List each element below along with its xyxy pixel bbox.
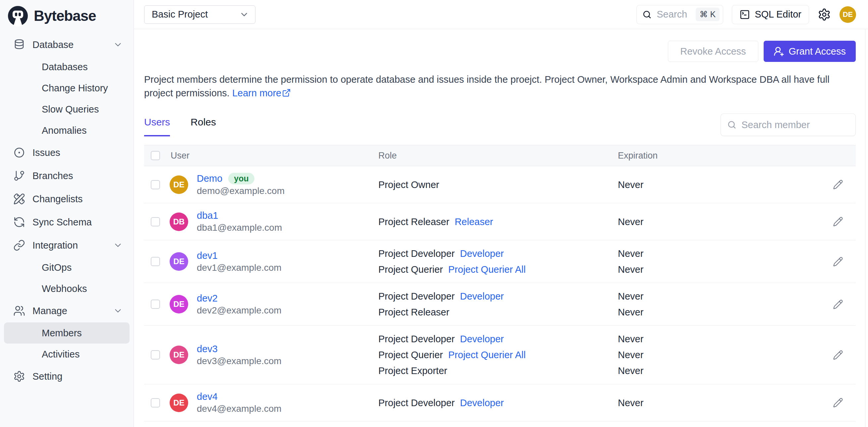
changelist-icon xyxy=(13,193,25,205)
edit-member-button[interactable] xyxy=(833,398,843,408)
expiration-value: Never xyxy=(618,363,810,379)
member-name-link[interactable]: dba1 xyxy=(197,210,218,221)
sidebar-item-database[interactable]: Database xyxy=(4,33,129,56)
sidebar-item-label: Integration xyxy=(32,240,78,251)
role-link[interactable]: Developer xyxy=(460,334,504,344)
avatar: DE xyxy=(169,252,188,271)
edit-member-button[interactable] xyxy=(833,299,843,309)
row-checkbox[interactable] xyxy=(151,300,160,309)
sidebar-item-manage[interactable]: Manage xyxy=(4,299,129,322)
chevron-down-icon xyxy=(113,240,123,250)
row-checkbox[interactable] xyxy=(151,398,160,407)
member-name-link[interactable]: dev1 xyxy=(197,250,218,261)
row-checkbox[interactable] xyxy=(151,350,160,359)
row-checkbox[interactable] xyxy=(151,180,160,189)
sidebar-item-changelists[interactable]: Changelists xyxy=(4,187,129,210)
edit-member-button[interactable] xyxy=(833,257,843,267)
member-name-link[interactable]: Demo xyxy=(197,173,222,184)
row-checkbox[interactable] xyxy=(151,257,160,266)
sidebar-item-branches[interactable]: Branches xyxy=(4,164,129,187)
project-selector[interactable]: Basic Project xyxy=(144,5,255,24)
member-name-link[interactable]: dev4 xyxy=(197,391,218,402)
revoke-access-button[interactable]: Revoke Access xyxy=(668,41,758,62)
table-row: DEdev1dev1@example.comProject DeveloperD… xyxy=(144,240,856,283)
expiration-value: Never xyxy=(618,245,810,262)
sidebar-item-label: Changelists xyxy=(32,194,83,204)
sidebar-item-slow-queries[interactable]: Slow Queries xyxy=(4,99,129,120)
sidebar-item-sync-schema[interactable]: Sync Schema xyxy=(4,210,129,234)
user-avatar[interactable]: DE xyxy=(839,6,856,23)
role-label: Project Exporter xyxy=(378,365,447,376)
role-label: Project Developer xyxy=(378,291,455,301)
role-link[interactable]: Developer xyxy=(460,398,504,408)
expiration-value: Never xyxy=(618,288,810,304)
sidebar-item-gitops[interactable]: GitOps xyxy=(4,257,129,278)
expiration-cell: NeverNeverNever xyxy=(618,331,810,379)
sidebar-item-webhooks[interactable]: Webhooks xyxy=(4,278,129,299)
role-line: Project Exporter xyxy=(378,363,618,379)
sync-icon xyxy=(13,216,25,228)
sidebar-item-integration[interactable]: Integration xyxy=(4,234,129,257)
sidebar-item-activities[interactable]: Activities xyxy=(4,343,129,365)
role-line: Project ReleaserReleaser xyxy=(378,214,618,230)
sql-editor-button[interactable]: SQL Editor xyxy=(732,5,809,24)
sidebar-item-change-history[interactable]: Change History xyxy=(4,77,129,99)
edit-member-button[interactable] xyxy=(833,217,843,227)
expiration-value: Never xyxy=(618,347,810,363)
pencil-icon xyxy=(833,398,843,408)
expiration-cell: Never xyxy=(618,177,810,193)
brand-logo[interactable]: Bytebase xyxy=(0,0,133,30)
user-cell: DEdev2dev2@example.com xyxy=(165,293,378,316)
learn-more-link[interactable]: Learn more xyxy=(232,88,291,98)
settings-gear-icon[interactable] xyxy=(818,8,831,21)
sidebar-item-setting[interactable]: Setting xyxy=(4,365,129,388)
member-search-input[interactable] xyxy=(741,120,866,130)
learn-more-label: Learn more xyxy=(232,88,281,98)
branch-icon xyxy=(13,170,25,182)
column-header-role: Role xyxy=(378,151,618,161)
edit-member-button[interactable] xyxy=(833,179,843,190)
search-icon xyxy=(727,120,737,130)
sidebar-item-label: Branches xyxy=(32,170,73,182)
member-search-box xyxy=(720,113,856,136)
role-link[interactable]: Releaser xyxy=(455,217,493,227)
grant-access-button[interactable]: Grant Access xyxy=(764,41,856,62)
member-name-link[interactable]: dev3 xyxy=(197,343,218,355)
sidebar-item-anomalies[interactable]: Anomalies xyxy=(4,120,129,141)
role-link[interactable]: Project Querier All xyxy=(448,264,526,275)
member-name-link[interactable]: dev2 xyxy=(197,293,218,304)
tab-roles[interactable]: Roles xyxy=(190,117,216,136)
expiration-cell: NeverNever xyxy=(618,245,810,277)
user-cell: DEdev1dev1@example.com xyxy=(165,250,378,273)
sidebar-item-issues[interactable]: Issues xyxy=(4,141,129,164)
row-checkbox[interactable] xyxy=(151,217,160,226)
scrollbar-track[interactable] xyxy=(865,29,865,427)
tabs: Users Roles xyxy=(144,117,216,136)
global-search-button[interactable]: Search ⌘ K xyxy=(637,5,723,24)
pencil-icon xyxy=(833,299,843,309)
sidebar-item-label: Activities xyxy=(42,349,80,360)
users-icon xyxy=(13,305,25,317)
sidebar-item-members[interactable]: Members xyxy=(4,322,129,343)
chevron-down-icon xyxy=(239,10,249,20)
role-cell: Project DeveloperDeveloperProject Querie… xyxy=(378,331,618,379)
role-link[interactable]: Developer xyxy=(460,248,504,259)
role-link[interactable]: Project Querier All xyxy=(448,350,526,360)
role-line: Project DeveloperDeveloper xyxy=(378,245,618,262)
role-label: Project Developer xyxy=(378,248,455,259)
sync-icon xyxy=(13,216,25,228)
sidebar-item-label: Anomalies xyxy=(42,125,87,136)
sidebar-nav: DatabaseDatabasesChange HistorySlow Quer… xyxy=(0,30,133,388)
select-all-checkbox[interactable] xyxy=(151,151,160,160)
edit-member-button[interactable] xyxy=(833,350,843,360)
member-email: dba1@example.com xyxy=(197,223,282,233)
expiration-value: Never xyxy=(618,331,810,347)
brand-name: Bytebase xyxy=(34,8,96,24)
sidebar-item-databases[interactable]: Databases xyxy=(4,56,129,77)
table-row: DEDemoyoudemo@example.comProject OwnerNe… xyxy=(144,166,856,203)
tab-users[interactable]: Users xyxy=(144,117,170,136)
role-link[interactable]: Developer xyxy=(460,291,504,301)
expiration-value: Never xyxy=(618,214,810,230)
bytebase-logo-icon xyxy=(7,5,29,27)
pencil-icon xyxy=(833,257,843,267)
